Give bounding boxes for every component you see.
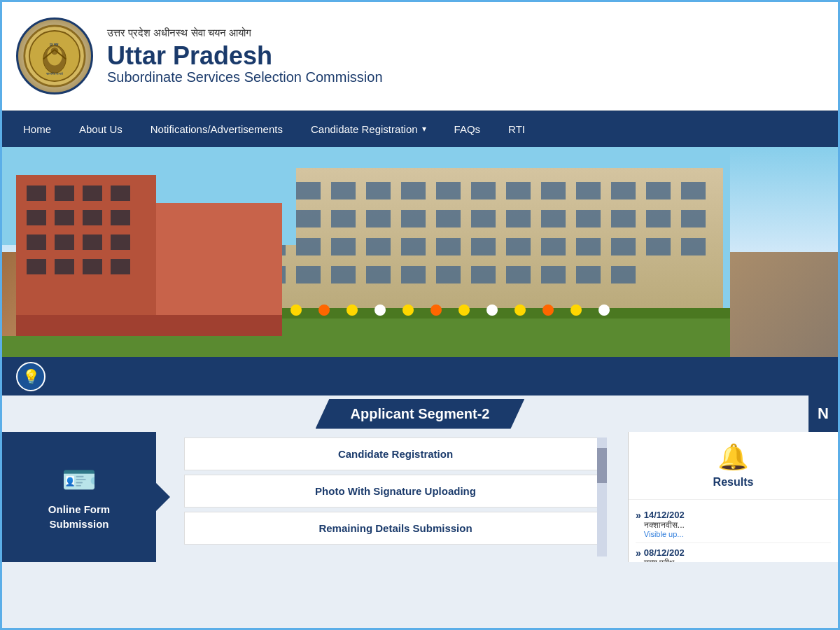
- n-indicator: N: [808, 396, 838, 432]
- news-item: » 14/12/202 नक्शानवीस... Visible up...: [636, 505, 831, 543]
- svg-rect-64: [436, 238, 461, 255]
- blue-strip: 💡: [2, 357, 838, 396]
- nav-item-rti[interactable]: RTI: [494, 111, 539, 147]
- svg-rect-67: [541, 238, 566, 255]
- svg-point-87: [346, 304, 358, 316]
- svg-rect-75: [366, 266, 391, 284]
- form-icon: 🪪: [62, 463, 97, 496]
- svg-point-94: [542, 304, 554, 316]
- svg-rect-11: [156, 203, 282, 329]
- logo: उ.प्र. सत्यमेव जयते: [16, 18, 93, 94]
- svg-rect-57: [646, 210, 671, 227]
- svg-rect-12: [27, 186, 46, 201]
- nav-item-about[interactable]: About Us: [65, 111, 136, 147]
- nav-item-home[interactable]: Home: [9, 111, 65, 147]
- news-bullet-1: »: [636, 510, 641, 521]
- news-text-1: नक्शानवीस...: [644, 520, 685, 530]
- svg-rect-37: [401, 182, 426, 200]
- svg-point-90: [430, 304, 442, 316]
- svg-rect-80: [541, 266, 566, 284]
- nav-item-faqs[interactable]: FAQs: [440, 111, 495, 147]
- left-panel: 🪪 Online FormSubmission: [2, 432, 156, 562]
- svg-rect-39: [471, 182, 496, 200]
- nav-candidate-label: Candidate Registration: [311, 123, 418, 135]
- bulb-icon: 💡: [16, 362, 46, 391]
- svg-rect-16: [27, 210, 46, 225]
- scrollbar[interactable]: [597, 438, 607, 556]
- svg-rect-27: [111, 259, 130, 274]
- segment-title-banner: Applicant Segment-2: [316, 399, 525, 429]
- nav-notifications-label: Notifications/Advertisements: [150, 123, 283, 135]
- chevron-down-icon: ▾: [422, 124, 426, 134]
- svg-rect-66: [506, 238, 531, 255]
- menu-item-photo-upload[interactable]: Photo With Signature Uploading: [184, 475, 607, 507]
- svg-rect-73: [296, 266, 321, 284]
- menu-item-remaining[interactable]: Remaining Details Submission: [184, 512, 607, 545]
- results-section: 🔔 Results: [629, 432, 838, 500]
- svg-rect-20: [27, 234, 46, 250]
- svg-rect-55: [576, 210, 601, 227]
- svg-rect-51: [436, 210, 461, 227]
- svg-rect-44: [646, 182, 671, 200]
- svg-rect-68: [576, 238, 601, 255]
- nav-about-label: About Us: [79, 123, 122, 135]
- svg-point-96: [598, 304, 610, 316]
- nav-rti-label: RTI: [508, 123, 525, 135]
- svg-rect-25: [55, 259, 74, 274]
- svg-rect-69: [611, 238, 636, 255]
- nav-item-notifications[interactable]: Notifications/Advertisements: [136, 111, 297, 147]
- arrow-icon: [156, 483, 170, 511]
- svg-rect-13: [55, 186, 74, 201]
- header-sub-title: Subordinate Services Selection Commissio…: [107, 69, 383, 85]
- main-content: Applicant Segment-2 N 🪪 Online FormSubmi…: [2, 396, 838, 562]
- svg-rect-54: [541, 210, 566, 227]
- scrollbar-thumb[interactable]: [597, 448, 607, 483]
- svg-rect-53: [506, 210, 531, 227]
- segment-header-row: Applicant Segment-2 N: [2, 396, 838, 432]
- svg-rect-18: [83, 210, 102, 225]
- news-item-2: » 08/12/202 मुख्य परीक्ष... Visible un..…: [636, 543, 831, 562]
- svg-rect-26: [83, 259, 102, 274]
- svg-rect-21: [55, 234, 74, 250]
- svg-rect-14: [83, 186, 102, 201]
- svg-rect-58: [681, 210, 706, 227]
- svg-rect-70: [646, 238, 671, 255]
- nav-item-candidate-reg[interactable]: Candidate Registration ▾: [297, 111, 440, 147]
- svg-rect-71: [681, 238, 706, 255]
- svg-rect-97: [240, 329, 730, 357]
- svg-point-88: [374, 304, 386, 316]
- svg-rect-22: [83, 234, 102, 250]
- svg-rect-49: [366, 210, 391, 227]
- right-panel: 🔔 Results » 14/12/202 नक्शानवीस... Visib…: [628, 432, 838, 562]
- news-bullet-2: »: [636, 547, 641, 559]
- menu-item-candidate-reg[interactable]: Candidate Registration: [184, 438, 607, 470]
- news-date-1: 14/12/202: [644, 510, 685, 520]
- svg-point-86: [318, 304, 330, 316]
- svg-rect-40: [506, 182, 531, 200]
- svg-rect-84: [240, 308, 730, 318]
- svg-point-92: [486, 304, 498, 316]
- svg-rect-50: [401, 210, 426, 227]
- svg-point-91: [458, 304, 470, 316]
- content-row: 🪪 Online FormSubmission Candidate Regist…: [2, 432, 838, 562]
- main-navbar: Home About Us Notifications/Advertisemen…: [2, 111, 838, 147]
- left-panel-label: Online FormSubmission: [48, 502, 110, 531]
- svg-rect-15: [111, 186, 130, 201]
- svg-rect-76: [401, 266, 426, 284]
- site-header: उ.प्र. सत्यमेव जयते उत्तर प्रदेश अधीनस्थ…: [2, 2, 838, 111]
- news-date-2: 08/12/202: [644, 547, 685, 558]
- header-hindi-title: उत्तर प्रदेश अधीनस्थ सेवा चयन आयोग: [107, 27, 383, 39]
- header-main-title: Uttar Pradesh: [107, 42, 383, 70]
- svg-rect-48: [331, 210, 356, 227]
- svg-rect-74: [331, 266, 356, 284]
- svg-rect-61: [331, 238, 356, 255]
- svg-rect-43: [611, 182, 636, 200]
- svg-rect-77: [436, 266, 461, 284]
- svg-rect-56: [611, 210, 636, 227]
- nav-faqs-label: FAQs: [454, 123, 481, 135]
- svg-rect-17: [55, 210, 74, 225]
- svg-rect-38: [436, 182, 461, 200]
- svg-point-5: [51, 47, 59, 55]
- svg-rect-34: [296, 182, 321, 200]
- bell-icon: 🔔: [718, 442, 749, 472]
